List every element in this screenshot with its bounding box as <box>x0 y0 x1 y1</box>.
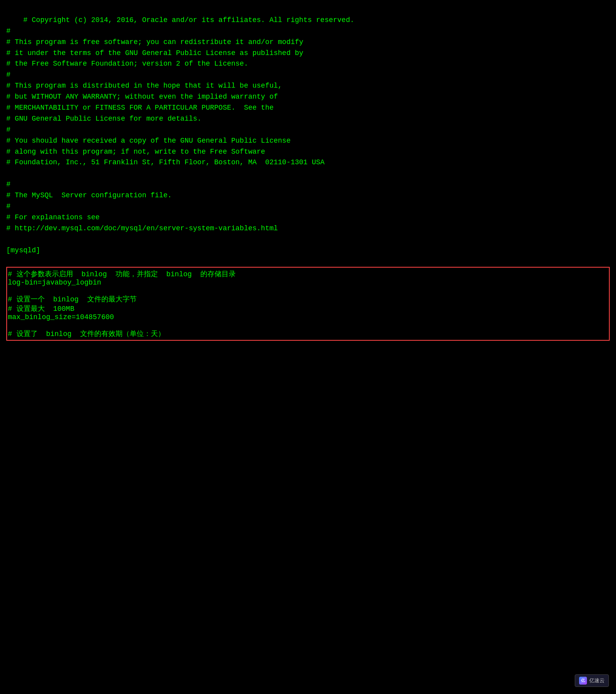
code-content: # Copyright (c) 2014, 2016, Oracle and/o… <box>6 4 610 267</box>
line-3: # This program is free software; you can… <box>6 38 303 46</box>
line-1: # Copyright (c) 2014, 2016, Oracle and/o… <box>23 16 354 24</box>
line-12: # You should have received a copy of the… <box>6 137 291 145</box>
line-9: # MERCHANTABILITY or FITNESS FOR A PARTI… <box>6 104 274 112</box>
line-8: # but WITHOUT ANY WARRANTY; without even… <box>6 93 278 101</box>
line-17: # The MySQL Server configuration file. <box>6 191 172 199</box>
highlighted-block: # 这个参数表示启用 binlog 功能，并指定 binlog 的存储目录 lo… <box>6 267 610 341</box>
hl-line-2: log-bin=javaboy_logbin <box>8 279 101 286</box>
line-11: # <box>6 126 11 134</box>
line-13: # along with this program; if not, write… <box>6 148 265 156</box>
line-22: [mysqld] <box>6 246 40 254</box>
hl-line-6: max_binlog_size=104857600 <box>8 313 114 321</box>
hl-line-1: # 这个参数表示启用 binlog 功能，并指定 binlog 的存储目录 <box>8 270 236 278</box>
watermark: 亿 亿速云 <box>575 674 609 687</box>
line-19: # For explanations see <box>6 213 100 221</box>
line-6: # <box>6 71 11 79</box>
line-5: # the Free Software Foundation; version … <box>6 60 248 68</box>
hl-line-5: # 设置最大 100MB <box>8 305 74 313</box>
line-10: # GNU General Public License for more de… <box>6 115 202 123</box>
line-18: # <box>6 202 11 210</box>
hl-line-4: # 设置一个 binlog 文件的最大字节 <box>8 296 137 303</box>
line-20: # http://dev.mysql.com/doc/mysql/en/serv… <box>6 224 278 232</box>
line-14: # Foundation, Inc., 51 Franklin St, Fift… <box>6 158 324 166</box>
watermark-text: 亿速云 <box>589 677 605 684</box>
watermark-icon: 亿 <box>579 677 587 685</box>
line-7: # This program is distributed in the hop… <box>6 82 282 90</box>
line-2: # <box>6 27 11 35</box>
line-16: # <box>6 180 11 188</box>
hl-line-8: # 设置了 binlog 文件的有效期（单位：天） <box>8 330 165 338</box>
line-4: # it under the terms of the GNU General … <box>6 49 303 57</box>
terminal-window: # Copyright (c) 2014, 2016, Oracle and/o… <box>6 4 610 341</box>
